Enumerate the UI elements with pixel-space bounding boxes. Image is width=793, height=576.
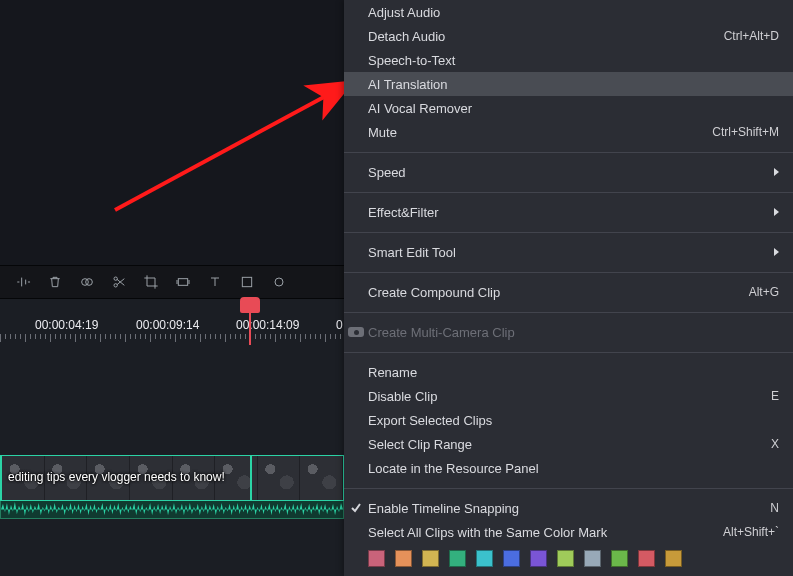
menu-shortcut: Ctrl+Shift+M <box>712 125 779 139</box>
menu-shortcut: Alt+Shift+` <box>723 525 779 539</box>
menu-item-enable-timeline-snapping[interactable]: Enable Timeline SnappingN <box>344 496 793 520</box>
submenu-arrow-icon <box>774 208 779 216</box>
menu-separator <box>344 312 793 313</box>
frame-icon[interactable] <box>168 268 198 296</box>
menu-item-label: Detach Audio <box>368 29 724 44</box>
mask-icon[interactable] <box>232 268 262 296</box>
menu-item-create-multi-camera-clip: Create Multi-Camera Clip <box>344 320 793 344</box>
menu-separator <box>344 352 793 353</box>
color-swatch-3[interactable] <box>449 550 466 567</box>
menu-separator <box>344 192 793 193</box>
menu-item-label: Select All Clips with the Same Color Mar… <box>368 525 723 540</box>
menu-item-label: Rename <box>368 365 779 380</box>
audio-waveform[interactable] <box>0 501 344 519</box>
menu-item-label: Speed <box>368 165 774 180</box>
color-swatch-7[interactable] <box>557 550 574 567</box>
ruler-timestamp: 00:00:14:09 <box>236 318 299 332</box>
menu-item-label: Smart Edit Tool <box>368 245 774 260</box>
menu-item-detach-audio[interactable]: Detach AudioCtrl+Alt+D <box>344 24 793 48</box>
menu-shortcut: Alt+G <box>749 285 779 299</box>
menu-item-label: AI Translation <box>368 77 779 92</box>
scissors-icon[interactable] <box>104 268 134 296</box>
menu-item-disable-clip[interactable]: Disable ClipE <box>344 384 793 408</box>
ruler-timestamp: 00:00:04:19 <box>35 318 98 332</box>
menu-shortcut: N <box>770 501 779 515</box>
color-swatch-9[interactable] <box>611 550 628 567</box>
menu-separator <box>344 152 793 153</box>
svg-point-7 <box>275 278 283 286</box>
menu-item-label: Disable Clip <box>368 389 771 404</box>
color-swatch-5[interactable] <box>503 550 520 567</box>
menu-item-select-clip-range[interactable]: Select Clip RangeX <box>344 432 793 456</box>
clip-cut-marker <box>250 456 252 500</box>
menu-item-locate-in-the-resource-panel[interactable]: Locate in the Resource Panel <box>344 456 793 480</box>
crop-icon[interactable] <box>136 268 166 296</box>
menu-item-label: AI Vocal Remover <box>368 101 779 116</box>
check-icon <box>350 502 362 514</box>
color-swatch-10[interactable] <box>638 550 655 567</box>
effects-icon[interactable] <box>72 268 102 296</box>
color-swatch-4[interactable] <box>476 550 493 567</box>
menu-shortcut: X <box>771 437 779 451</box>
menu-shortcut: Ctrl+Alt+D <box>724 29 779 43</box>
menu-item-label: Enable Timeline Snapping <box>368 501 770 516</box>
menu-item-label: Create Compound Clip <box>368 285 749 300</box>
menu-separator <box>344 232 793 233</box>
trash-icon[interactable] <box>40 268 70 296</box>
submenu-arrow-icon <box>774 168 779 176</box>
submenu-arrow-icon <box>774 248 779 256</box>
text-icon[interactable] <box>200 268 230 296</box>
menu-item-label: Locate in the Resource Panel <box>368 461 779 476</box>
menu-item-rename[interactable]: Rename <box>344 360 793 384</box>
record-icon[interactable] <box>264 268 294 296</box>
ruler-timestamp: 0 <box>336 318 343 332</box>
color-swatch-0[interactable] <box>368 550 385 567</box>
svg-rect-6 <box>242 277 251 286</box>
color-swatch-8[interactable] <box>584 550 601 567</box>
clip-title: editing tips every vlogger needs to know… <box>8 470 225 484</box>
menu-item-label: Mute <box>368 125 712 140</box>
menu-item-label: Create Multi-Camera Clip <box>368 325 779 340</box>
svg-rect-5 <box>178 279 187 286</box>
menu-item-speech-to-text[interactable]: Speech-to-Text <box>344 48 793 72</box>
menu-item-select-all-clips-with-the-same-color-mark[interactable]: Select All Clips with the Same Color Mar… <box>344 520 793 544</box>
multicam-badge-icon <box>348 327 364 337</box>
menu-item-label: Select Clip Range <box>368 437 771 452</box>
menu-separator <box>344 272 793 273</box>
color-mark-row <box>344 544 793 567</box>
menu-shortcut: E <box>771 389 779 403</box>
audio-adjust-icon[interactable] <box>8 268 38 296</box>
color-swatch-1[interactable] <box>395 550 412 567</box>
menu-item-create-compound-clip[interactable]: Create Compound ClipAlt+G <box>344 280 793 304</box>
menu-item-label: Adjust Audio <box>368 5 779 20</box>
color-swatch-11[interactable] <box>665 550 682 567</box>
menu-separator <box>344 488 793 489</box>
menu-item-smart-edit-tool[interactable]: Smart Edit Tool <box>344 240 793 264</box>
menu-item-speed[interactable]: Speed <box>344 160 793 184</box>
context-menu: Adjust AudioDetach AudioCtrl+Alt+DSpeech… <box>344 0 793 576</box>
menu-item-ai-vocal-remover[interactable]: AI Vocal Remover <box>344 96 793 120</box>
video-clip[interactable]: editing tips every vlogger needs to know… <box>0 455 344 501</box>
menu-item-label: Speech-to-Text <box>368 53 779 68</box>
color-swatch-6[interactable] <box>530 550 547 567</box>
svg-point-2 <box>86 279 93 286</box>
ruler-timestamp: 00:00:09:14 <box>136 318 199 332</box>
menu-item-mute[interactable]: MuteCtrl+Shift+M <box>344 120 793 144</box>
color-swatch-2[interactable] <box>422 550 439 567</box>
menu-item-label: Effect&Filter <box>368 205 774 220</box>
menu-item-label: Export Selected Clips <box>368 413 779 428</box>
menu-item-effect-filter[interactable]: Effect&Filter <box>344 200 793 224</box>
menu-item-export-selected-clips[interactable]: Export Selected Clips <box>344 408 793 432</box>
menu-item-ai-translation[interactable]: AI Translation <box>344 72 793 96</box>
menu-item-adjust-audio[interactable]: Adjust Audio <box>344 0 793 24</box>
